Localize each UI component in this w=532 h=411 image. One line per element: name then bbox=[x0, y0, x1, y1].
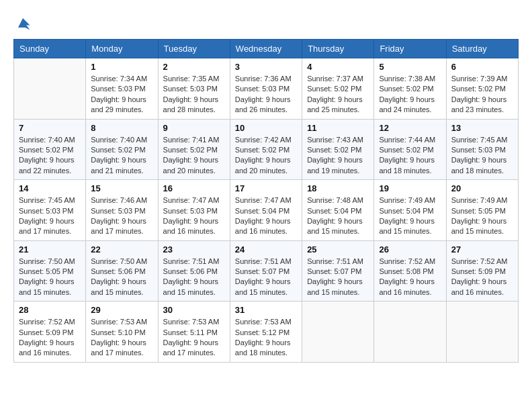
day-number: 17 bbox=[235, 183, 297, 193]
calendar-cell: 16Sunrise: 7:47 AMSunset: 5:03 PMDayligh… bbox=[158, 180, 230, 241]
day-number: 21 bbox=[19, 244, 81, 255]
day-number: 11 bbox=[307, 123, 369, 133]
day-header-wednesday: Wednesday bbox=[230, 40, 302, 58]
day-info: Sunrise: 7:43 AMSunset: 5:02 PMDaylight:… bbox=[307, 135, 369, 177]
day-number: 16 bbox=[163, 183, 225, 193]
day-info: Sunrise: 7:52 AMSunset: 5:09 PMDaylight:… bbox=[19, 317, 81, 359]
day-number: 4 bbox=[307, 62, 369, 72]
calendar-cell: 4Sunrise: 7:37 AMSunset: 5:02 PMDaylight… bbox=[302, 58, 374, 120]
day-number: 26 bbox=[379, 244, 441, 255]
calendar-cell: 29Sunrise: 7:53 AMSunset: 5:10 PMDayligh… bbox=[86, 302, 158, 363]
calendar-cell bbox=[446, 302, 518, 363]
day-number: 27 bbox=[451, 244, 513, 255]
day-number: 31 bbox=[235, 305, 297, 315]
day-info: Sunrise: 7:34 AMSunset: 5:03 PMDaylight:… bbox=[91, 74, 152, 116]
calendar-cell: 6Sunrise: 7:39 AMSunset: 5:02 PMDaylight… bbox=[446, 58, 518, 120]
day-info: Sunrise: 7:53 AMSunset: 5:10 PMDaylight:… bbox=[91, 317, 152, 359]
day-info: Sunrise: 7:47 AMSunset: 5:03 PMDaylight:… bbox=[163, 195, 225, 237]
day-header-thursday: Thursday bbox=[302, 40, 374, 58]
day-info: Sunrise: 7:51 AMSunset: 5:07 PMDaylight:… bbox=[235, 257, 297, 298]
day-number: 13 bbox=[451, 123, 513, 133]
calendar-week-row: 21Sunrise: 7:50 AMSunset: 5:05 PMDayligh… bbox=[14, 240, 519, 302]
calendar-cell: 14Sunrise: 7:45 AMSunset: 5:03 PMDayligh… bbox=[14, 180, 86, 241]
day-info: Sunrise: 7:50 AMSunset: 5:06 PMDaylight:… bbox=[91, 257, 152, 298]
calendar-body: 1Sunrise: 7:34 AMSunset: 5:03 PMDaylight… bbox=[14, 58, 519, 363]
calendar-cell: 30Sunrise: 7:53 AMSunset: 5:11 PMDayligh… bbox=[158, 302, 230, 363]
day-info: Sunrise: 7:49 AMSunset: 5:05 PMDaylight:… bbox=[451, 195, 513, 237]
day-number: 3 bbox=[235, 62, 297, 72]
calendar-cell: 10Sunrise: 7:42 AMSunset: 5:02 PMDayligh… bbox=[230, 119, 302, 180]
day-number: 7 bbox=[19, 123, 81, 133]
day-info: Sunrise: 7:52 AMSunset: 5:09 PMDaylight:… bbox=[451, 257, 513, 298]
page-header bbox=[13, 13, 519, 32]
day-info: Sunrise: 7:35 AMSunset: 5:03 PMDaylight:… bbox=[163, 74, 225, 116]
logo-icon bbox=[13, 13, 32, 32]
day-info: Sunrise: 7:51 AMSunset: 5:06 PMDaylight:… bbox=[163, 257, 225, 298]
day-number: 18 bbox=[307, 183, 369, 193]
day-number: 19 bbox=[379, 183, 441, 193]
day-number: 28 bbox=[19, 305, 81, 315]
day-number: 29 bbox=[91, 305, 152, 315]
calendar-cell: 13Sunrise: 7:45 AMSunset: 5:03 PMDayligh… bbox=[446, 119, 518, 180]
calendar-cell: 3Sunrise: 7:36 AMSunset: 5:03 PMDaylight… bbox=[230, 58, 302, 120]
calendar-cell: 1Sunrise: 7:34 AMSunset: 5:03 PMDaylight… bbox=[86, 58, 158, 120]
calendar-cell: 26Sunrise: 7:52 AMSunset: 5:08 PMDayligh… bbox=[374, 240, 446, 302]
calendar-cell: 31Sunrise: 7:53 AMSunset: 5:12 PMDayligh… bbox=[230, 302, 302, 363]
day-number: 9 bbox=[163, 123, 225, 133]
calendar-cell: 24Sunrise: 7:51 AMSunset: 5:07 PMDayligh… bbox=[230, 240, 302, 302]
day-info: Sunrise: 7:41 AMSunset: 5:02 PMDaylight:… bbox=[163, 135, 225, 177]
day-info: Sunrise: 7:53 AMSunset: 5:12 PMDaylight:… bbox=[235, 317, 297, 359]
day-number: 10 bbox=[235, 123, 297, 133]
day-number: 25 bbox=[307, 244, 369, 255]
calendar-cell: 12Sunrise: 7:44 AMSunset: 5:02 PMDayligh… bbox=[374, 119, 446, 180]
day-number: 1 bbox=[91, 62, 152, 72]
day-info: Sunrise: 7:52 AMSunset: 5:08 PMDaylight:… bbox=[379, 257, 441, 298]
calendar-cell: 20Sunrise: 7:49 AMSunset: 5:05 PMDayligh… bbox=[446, 180, 518, 241]
day-number: 30 bbox=[163, 305, 225, 315]
day-number: 5 bbox=[379, 62, 441, 72]
day-info: Sunrise: 7:38 AMSunset: 5:02 PMDaylight:… bbox=[379, 74, 441, 116]
calendar-cell: 8Sunrise: 7:40 AMSunset: 5:02 PMDaylight… bbox=[86, 119, 158, 180]
day-header-saturday: Saturday bbox=[446, 40, 518, 58]
day-info: Sunrise: 7:42 AMSunset: 5:02 PMDaylight:… bbox=[235, 135, 297, 177]
day-info: Sunrise: 7:36 AMSunset: 5:03 PMDaylight:… bbox=[235, 74, 297, 116]
calendar-week-row: 1Sunrise: 7:34 AMSunset: 5:03 PMDaylight… bbox=[14, 58, 519, 120]
calendar-cell: 23Sunrise: 7:51 AMSunset: 5:06 PMDayligh… bbox=[158, 240, 230, 302]
day-header-monday: Monday bbox=[86, 40, 158, 58]
day-info: Sunrise: 7:48 AMSunset: 5:04 PMDaylight:… bbox=[307, 195, 369, 237]
day-info: Sunrise: 7:45 AMSunset: 5:03 PMDaylight:… bbox=[451, 135, 513, 177]
calendar-cell: 25Sunrise: 7:51 AMSunset: 5:07 PMDayligh… bbox=[302, 240, 374, 302]
calendar-table: SundayMondayTuesdayWednesdayThursdayFrid… bbox=[13, 39, 519, 363]
day-info: Sunrise: 7:51 AMSunset: 5:07 PMDaylight:… bbox=[307, 257, 369, 298]
calendar-cell: 9Sunrise: 7:41 AMSunset: 5:02 PMDaylight… bbox=[158, 119, 230, 180]
day-number: 14 bbox=[19, 183, 81, 193]
calendar-cell: 21Sunrise: 7:50 AMSunset: 5:05 PMDayligh… bbox=[14, 240, 86, 302]
day-number: 6 bbox=[451, 62, 513, 72]
day-number: 24 bbox=[235, 244, 297, 255]
calendar-cell bbox=[374, 302, 446, 363]
day-number: 22 bbox=[91, 244, 152, 255]
day-info: Sunrise: 7:46 AMSunset: 5:03 PMDaylight:… bbox=[91, 195, 152, 237]
calendar-cell bbox=[14, 58, 86, 120]
day-number: 15 bbox=[91, 183, 152, 193]
day-info: Sunrise: 7:49 AMSunset: 5:04 PMDaylight:… bbox=[379, 195, 441, 237]
calendar-cell: 15Sunrise: 7:46 AMSunset: 5:03 PMDayligh… bbox=[86, 180, 158, 241]
calendar-header-row: SundayMondayTuesdayWednesdayThursdayFrid… bbox=[14, 40, 519, 58]
day-info: Sunrise: 7:47 AMSunset: 5:04 PMDaylight:… bbox=[235, 195, 297, 237]
calendar-cell: 17Sunrise: 7:47 AMSunset: 5:04 PMDayligh… bbox=[230, 180, 302, 241]
day-info: Sunrise: 7:44 AMSunset: 5:02 PMDaylight:… bbox=[379, 135, 441, 177]
day-header-tuesday: Tuesday bbox=[158, 40, 230, 58]
calendar-week-row: 14Sunrise: 7:45 AMSunset: 5:03 PMDayligh… bbox=[14, 180, 519, 241]
day-header-sunday: Sunday bbox=[14, 40, 86, 58]
calendar-cell: 7Sunrise: 7:40 AMSunset: 5:02 PMDaylight… bbox=[14, 119, 86, 180]
calendar-cell: 11Sunrise: 7:43 AMSunset: 5:02 PMDayligh… bbox=[302, 119, 374, 180]
day-info: Sunrise: 7:40 AMSunset: 5:02 PMDaylight:… bbox=[91, 135, 152, 177]
day-info: Sunrise: 7:53 AMSunset: 5:11 PMDaylight:… bbox=[163, 317, 225, 359]
calendar-cell: 5Sunrise: 7:38 AMSunset: 5:02 PMDaylight… bbox=[374, 58, 446, 120]
calendar-cell: 18Sunrise: 7:48 AMSunset: 5:04 PMDayligh… bbox=[302, 180, 374, 241]
calendar-cell bbox=[302, 302, 374, 363]
day-number: 8 bbox=[91, 123, 152, 133]
logo bbox=[13, 13, 35, 32]
day-info: Sunrise: 7:37 AMSunset: 5:02 PMDaylight:… bbox=[307, 74, 369, 116]
calendar-week-row: 7Sunrise: 7:40 AMSunset: 5:02 PMDaylight… bbox=[14, 119, 519, 180]
